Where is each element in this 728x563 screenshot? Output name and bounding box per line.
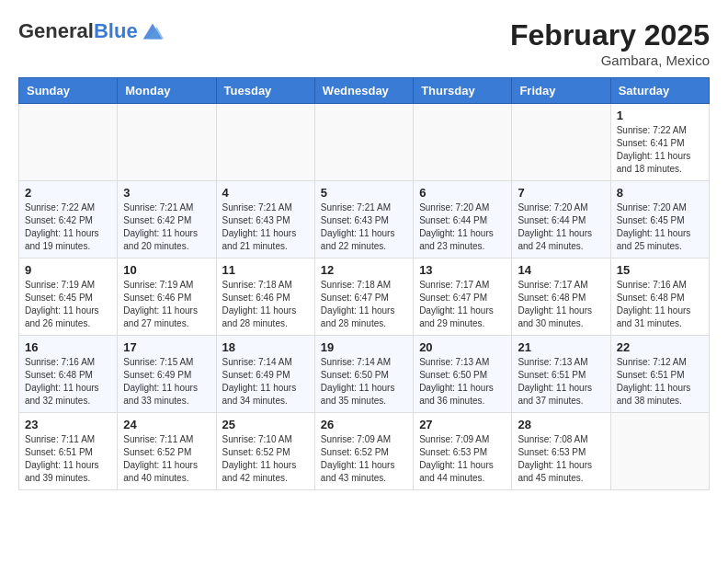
calendar-cell: 20Sunrise: 7:13 AM Sunset: 6:50 PM Dayli… — [414, 336, 512, 413]
day-number: 10 — [123, 263, 210, 277]
calendar-cell: 14Sunrise: 7:17 AM Sunset: 6:48 PM Dayli… — [512, 259, 610, 336]
calendar-cell: 6Sunrise: 7:20 AM Sunset: 6:44 PM Daylig… — [414, 181, 512, 259]
col-header-thursday: Thursday — [414, 78, 512, 104]
calendar-week-1: 1Sunrise: 7:22 AM Sunset: 6:41 PM Daylig… — [19, 104, 710, 181]
calendar-cell: 18Sunrise: 7:14 AM Sunset: 6:49 PM Dayli… — [216, 336, 314, 413]
day-info: Sunrise: 7:14 AM Sunset: 6:50 PM Dayligh… — [321, 356, 407, 408]
day-info: Sunrise: 7:13 AM Sunset: 6:50 PM Dayligh… — [419, 356, 506, 408]
page-header: GeneralBlue February 2025 Gambara, Mexic… — [18, 18, 710, 68]
day-number: 26 — [321, 418, 407, 431]
location: Gambara, Mexico — [510, 52, 710, 68]
logo-blue: Blue — [94, 19, 138, 42]
calendar-cell: 22Sunrise: 7:12 AM Sunset: 6:51 PM Dayli… — [610, 336, 709, 413]
logo-general: General — [18, 19, 94, 42]
calendar-cell: 23Sunrise: 7:11 AM Sunset: 6:51 PM Dayli… — [19, 413, 118, 490]
col-header-wednesday: Wednesday — [314, 78, 413, 104]
day-info: Sunrise: 7:21 AM Sunset: 6:43 PM Dayligh… — [222, 201, 309, 253]
calendar-cell: 13Sunrise: 7:17 AM Sunset: 6:47 PM Dayli… — [414, 259, 512, 336]
month-year: February 2025 — [510, 18, 710, 52]
day-info: Sunrise: 7:11 AM Sunset: 6:52 PM Dayligh… — [123, 433, 210, 485]
day-number: 1 — [617, 109, 703, 122]
calendar-cell: 8Sunrise: 7:20 AM Sunset: 6:45 PM Daylig… — [610, 181, 709, 259]
calendar-cell — [314, 104, 413, 181]
col-header-monday: Monday — [118, 78, 216, 104]
day-info: Sunrise: 7:08 AM Sunset: 6:53 PM Dayligh… — [518, 433, 604, 485]
day-info: Sunrise: 7:20 AM Sunset: 6:44 PM Dayligh… — [518, 201, 604, 253]
calendar-cell: 17Sunrise: 7:15 AM Sunset: 6:49 PM Dayli… — [118, 336, 216, 413]
day-number: 4 — [222, 186, 309, 200]
day-number: 27 — [419, 418, 506, 431]
day-number: 9 — [25, 263, 111, 277]
day-number: 14 — [518, 263, 604, 277]
calendar-cell: 21Sunrise: 7:13 AM Sunset: 6:51 PM Dayli… — [512, 336, 610, 413]
calendar-week-5: 23Sunrise: 7:11 AM Sunset: 6:51 PM Dayli… — [19, 413, 710, 490]
day-number: 20 — [419, 340, 506, 354]
title-block: February 2025 Gambara, Mexico — [510, 18, 710, 68]
day-number: 17 — [123, 340, 210, 354]
day-info: Sunrise: 7:16 AM Sunset: 6:48 PM Dayligh… — [617, 279, 703, 330]
day-info: Sunrise: 7:20 AM Sunset: 6:45 PM Dayligh… — [617, 201, 703, 253]
day-number: 13 — [419, 263, 506, 277]
calendar-week-4: 16Sunrise: 7:16 AM Sunset: 6:48 PM Dayli… — [19, 336, 710, 413]
day-number: 12 — [321, 263, 407, 277]
day-info: Sunrise: 7:09 AM Sunset: 6:52 PM Dayligh… — [321, 433, 407, 485]
logo: GeneralBlue — [18, 18, 165, 44]
day-number: 28 — [518, 418, 604, 431]
day-number: 7 — [518, 186, 604, 200]
calendar-cell: 10Sunrise: 7:19 AM Sunset: 6:46 PM Dayli… — [118, 259, 216, 336]
day-number: 22 — [617, 340, 703, 354]
day-info: Sunrise: 7:09 AM Sunset: 6:53 PM Dayligh… — [419, 433, 506, 485]
calendar-cell: 4Sunrise: 7:21 AM Sunset: 6:43 PM Daylig… — [216, 181, 314, 259]
calendar-cell: 19Sunrise: 7:14 AM Sunset: 6:50 PM Dayli… — [314, 336, 413, 413]
day-number: 8 — [617, 186, 703, 200]
calendar-cell: 7Sunrise: 7:20 AM Sunset: 6:44 PM Daylig… — [512, 181, 610, 259]
day-number: 23 — [25, 418, 111, 431]
day-info: Sunrise: 7:13 AM Sunset: 6:51 PM Dayligh… — [518, 356, 604, 408]
col-header-saturday: Saturday — [610, 78, 709, 104]
day-number: 2 — [25, 186, 111, 200]
calendar-cell: 24Sunrise: 7:11 AM Sunset: 6:52 PM Dayli… — [118, 413, 216, 490]
logo-icon — [140, 18, 165, 44]
day-number: 11 — [222, 263, 309, 277]
day-number: 5 — [321, 186, 407, 200]
calendar-cell: 28Sunrise: 7:08 AM Sunset: 6:53 PM Dayli… — [512, 413, 610, 490]
calendar-cell — [512, 104, 610, 181]
calendar-cell: 3Sunrise: 7:21 AM Sunset: 6:42 PM Daylig… — [118, 181, 216, 259]
calendar-cell — [414, 104, 512, 181]
day-number: 15 — [617, 263, 703, 277]
day-number: 3 — [123, 186, 210, 200]
calendar-cell: 5Sunrise: 7:21 AM Sunset: 6:43 PM Daylig… — [314, 181, 413, 259]
day-number: 19 — [321, 340, 407, 354]
calendar-week-2: 2Sunrise: 7:22 AM Sunset: 6:42 PM Daylig… — [19, 181, 710, 259]
calendar-cell — [118, 104, 216, 181]
day-number: 21 — [518, 340, 604, 354]
calendar-header-row: SundayMondayTuesdayWednesdayThursdayFrid… — [19, 78, 710, 104]
day-info: Sunrise: 7:20 AM Sunset: 6:44 PM Dayligh… — [419, 201, 506, 253]
calendar-cell: 12Sunrise: 7:18 AM Sunset: 6:47 PM Dayli… — [314, 259, 413, 336]
day-info: Sunrise: 7:14 AM Sunset: 6:49 PM Dayligh… — [222, 356, 309, 408]
calendar-cell: 9Sunrise: 7:19 AM Sunset: 6:45 PM Daylig… — [19, 259, 118, 336]
day-info: Sunrise: 7:21 AM Sunset: 6:43 PM Dayligh… — [321, 201, 407, 253]
calendar-cell: 27Sunrise: 7:09 AM Sunset: 6:53 PM Dayli… — [414, 413, 512, 490]
calendar-table: SundayMondayTuesdayWednesdayThursdayFrid… — [18, 77, 710, 490]
day-info: Sunrise: 7:16 AM Sunset: 6:48 PM Dayligh… — [25, 356, 111, 408]
day-info: Sunrise: 7:22 AM Sunset: 6:42 PM Dayligh… — [25, 201, 111, 253]
calendar-cell: 2Sunrise: 7:22 AM Sunset: 6:42 PM Daylig… — [19, 181, 118, 259]
day-info: Sunrise: 7:10 AM Sunset: 6:52 PM Dayligh… — [222, 433, 309, 485]
day-number: 25 — [222, 418, 309, 431]
calendar-week-3: 9Sunrise: 7:19 AM Sunset: 6:45 PM Daylig… — [19, 259, 710, 336]
col-header-tuesday: Tuesday — [216, 78, 314, 104]
day-info: Sunrise: 7:22 AM Sunset: 6:41 PM Dayligh… — [617, 124, 703, 176]
calendar-cell: 1Sunrise: 7:22 AM Sunset: 6:41 PM Daylig… — [610, 104, 709, 181]
day-info: Sunrise: 7:15 AM Sunset: 6:49 PM Dayligh… — [123, 356, 210, 408]
day-info: Sunrise: 7:17 AM Sunset: 6:48 PM Dayligh… — [518, 279, 604, 330]
day-info: Sunrise: 7:17 AM Sunset: 6:47 PM Dayligh… — [419, 279, 506, 330]
day-number: 6 — [419, 186, 506, 200]
day-info: Sunrise: 7:21 AM Sunset: 6:42 PM Dayligh… — [123, 201, 210, 253]
day-number: 18 — [222, 340, 309, 354]
day-info: Sunrise: 7:18 AM Sunset: 6:47 PM Dayligh… — [321, 279, 407, 330]
calendar-cell — [19, 104, 118, 181]
calendar-cell: 11Sunrise: 7:18 AM Sunset: 6:46 PM Dayli… — [216, 259, 314, 336]
calendar-cell — [610, 413, 709, 490]
day-info: Sunrise: 7:19 AM Sunset: 6:46 PM Dayligh… — [123, 279, 210, 330]
